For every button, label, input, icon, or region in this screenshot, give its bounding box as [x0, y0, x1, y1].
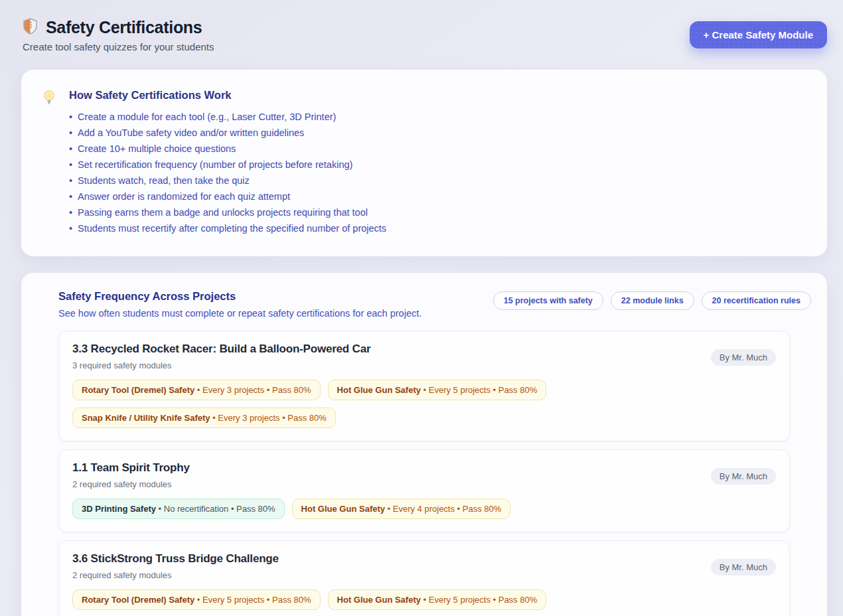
safety-module-name: Hot Glue Gun Safety [337, 385, 421, 395]
frequency-stats: 15 projects with safety22 module links20… [493, 291, 811, 310]
stat-pill: 22 module links [611, 291, 694, 310]
safety-module-detail: • Every 3 projects • Pass 80% [194, 385, 311, 395]
frequency-section-subtitle: See how often students must complete or … [58, 308, 422, 319]
shield-icon [21, 17, 39, 38]
how-it-works-item: Create 10+ multiple choice questions [69, 141, 386, 157]
safety-module-badge: Rotary Tool (Dremel) Safety • Every 5 pr… [72, 589, 321, 610]
safety-badge-row: 3D Printing Safety • No recertification … [72, 499, 776, 519]
safety-module-name: Rotary Tool (Dremel) Safety [82, 595, 194, 605]
project-author-badge: By Mr. Much [711, 468, 776, 485]
how-it-works-item: Create a module for each tool (e.g., Las… [69, 109, 386, 125]
project-card[interactable]: 3.3 Recycled Rocket Racer: Build a Ballo… [58, 331, 790, 441]
how-it-works-item: Passing earns them a badge and unlocks p… [69, 204, 386, 220]
safety-module-name: Hot Glue Gun Safety [337, 595, 421, 605]
project-card[interactable]: 1.1 Team Spirit Trophy2 required safety … [58, 449, 790, 532]
how-it-works-item: Add a YouTube safety video and/or writte… [69, 125, 386, 141]
safety-module-name: Rotary Tool (Dremel) Safety [82, 385, 194, 395]
page-title: Safety Certifications [46, 18, 202, 37]
safety-module-detail: • No recertification • Pass 80% [156, 504, 275, 514]
how-it-works-card: How Safety Certifications Work Create a … [21, 70, 827, 256]
project-modules-count: 3 required safety modules [72, 360, 776, 370]
project-title: 3.6 StickStrong Truss Bridge Challenge [72, 552, 776, 566]
safety-module-badge: Rotary Tool (Dremel) Safety • Every 3 pr… [72, 380, 321, 400]
how-it-works-list: Create a module for each tool (e.g., Las… [69, 109, 386, 236]
stat-pill: 20 recertification rules [702, 291, 811, 310]
project-modules-count: 2 required safety modules [72, 570, 776, 580]
how-it-works-item: Answer order is randomized for each quiz… [69, 189, 386, 204]
page-header: Safety Certifications Create tool safety… [21, 17, 827, 52]
frequency-section: Safety Frequency Across Projects See how… [21, 273, 827, 616]
create-safety-module-button[interactable]: + Create Safety Module [690, 21, 827, 48]
lightbulb-icon [40, 88, 58, 236]
safety-module-badge: 3D Printing Safety • No recertification … [72, 499, 285, 519]
frequency-section-header: Safety Frequency Across Projects See how… [37, 290, 811, 319]
safety-module-badge: Hot Glue Gun Safety • Every 5 projects •… [328, 380, 547, 400]
frequency-section-title: Safety Frequency Across Projects [58, 290, 422, 303]
safety-module-detail: • Every 5 projects • Pass 80% [421, 595, 537, 605]
page-subtitle: Create tool safety quizzes for your stud… [23, 41, 214, 52]
how-it-works-item: Students watch, read, then take the quiz [69, 173, 386, 189]
safety-module-detail: • Every 4 projects • Pass 80% [385, 504, 501, 514]
project-author-badge: By Mr. Much [711, 349, 776, 366]
stat-pill: 15 projects with safety [493, 291, 603, 310]
safety-module-detail: • Every 5 projects • Pass 80% [421, 385, 537, 395]
project-card[interactable]: 3.6 StickStrong Truss Bridge Challenge2 … [58, 540, 790, 616]
safety-certifications-page: Safety Certifications Create tool safety… [0, 0, 843, 616]
safety-module-badge: Hot Glue Gun Safety • Every 4 projects •… [292, 499, 511, 519]
frequency-section-titles: Safety Frequency Across Projects See how… [37, 290, 422, 319]
how-it-works-content: How Safety Certifications Work Create a … [69, 87, 386, 236]
project-title: 3.3 Recycled Rocket Racer: Build a Ballo… [72, 343, 776, 356]
safety-module-name: Snap Knife / Utility Knife Safety [82, 413, 210, 423]
safety-badge-row: Rotary Tool (Dremel) Safety • Every 5 pr… [72, 589, 776, 610]
safety-module-name: Hot Glue Gun Safety [301, 504, 385, 514]
safety-module-name: 3D Printing Safety [82, 504, 156, 514]
how-it-works-title: How Safety Certifications Work [69, 89, 386, 102]
project-modules-count: 2 required safety modules [72, 479, 776, 489]
header-text-block: Safety Certifications Create tool safety… [21, 17, 214, 52]
safety-module-detail: • Every 5 projects • Pass 80% [194, 595, 311, 605]
safety-module-badge: Hot Glue Gun Safety • Every 5 projects •… [328, 589, 547, 610]
safety-badge-row: Rotary Tool (Dremel) Safety • Every 3 pr… [72, 380, 776, 428]
how-it-works-item: Set recertification frequency (number of… [69, 157, 386, 173]
project-author-badge: By Mr. Much [711, 559, 776, 576]
safety-module-badge: Snap Knife / Utility Knife Safety • Ever… [72, 408, 336, 428]
safety-module-detail: • Every 3 projects • Pass 80% [210, 413, 327, 423]
project-title: 1.1 Team Spirit Trophy [72, 461, 776, 475]
project-list: 3.3 Recycled Rocket Racer: Build a Ballo… [58, 331, 790, 616]
how-it-works-item: Students must recertify after completing… [69, 220, 386, 236]
